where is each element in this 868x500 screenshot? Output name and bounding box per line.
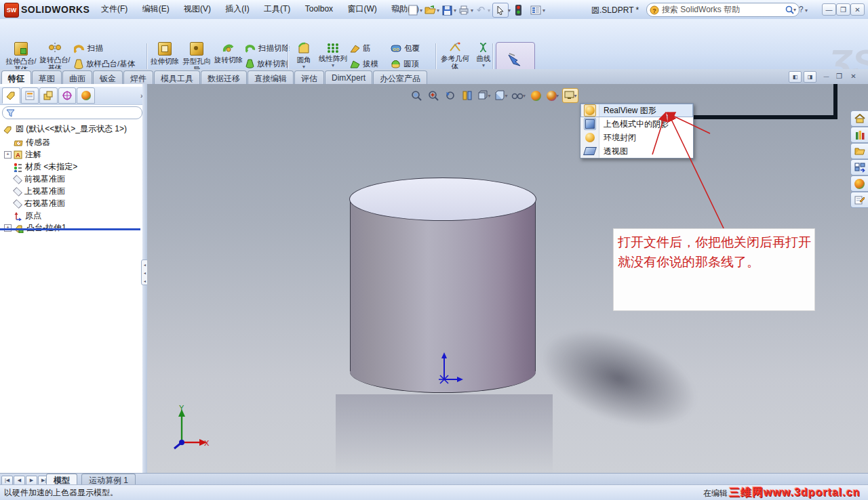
menu-item-realview[interactable]: RealView 图形 <box>580 104 693 117</box>
hole-wizard-button[interactable]: 异型孔向导 <box>181 41 212 73</box>
open-file-button[interactable] <box>422 3 437 17</box>
perspective-icon <box>583 147 597 155</box>
menu-file[interactable]: 文件(F) <box>95 0 134 18</box>
menu-item-perspective[interactable]: 透视图 <box>580 144 693 158</box>
status-editing-label: 在编辑 <box>703 488 728 499</box>
help-menu-button[interactable]: ? ▾ <box>799 5 808 14</box>
linear-pattern-button[interactable]: 线性阵列▾ <box>318 41 348 68</box>
annotations-icon: A <box>14 150 22 159</box>
file-explorer-button[interactable] <box>850 143 868 159</box>
curves-button[interactable]: 曲线▾ <box>473 41 494 68</box>
previous-view-button[interactable] <box>443 89 458 102</box>
save-button[interactable] <box>439 3 454 17</box>
folder-icon <box>854 147 865 156</box>
edit-appearance-button[interactable] <box>528 89 543 102</box>
doc-restore-button[interactable]: ❐ <box>833 71 845 81</box>
menu-toolbox[interactable]: Toolbox <box>299 1 339 17</box>
select-tool-button[interactable] <box>492 3 509 18</box>
tree-item-sensors[interactable]: 传感器 <box>14 137 50 148</box>
tree-item-material[interactable]: 材质 <未指定> <box>14 161 77 173</box>
cylinder-body <box>350 199 536 371</box>
zoom-fit-button[interactable] <box>409 89 424 102</box>
revolved-cut-button[interactable]: 旋转切除 <box>214 41 243 64</box>
display-style-button[interactable]: ▾ <box>494 89 509 102</box>
linear-pattern-dropdown[interactable]: ▾ <box>332 63 334 68</box>
wrap-button[interactable]: GO包覆 <box>391 41 433 56</box>
rollback-bar[interactable] <box>0 228 140 230</box>
view-palette-button[interactable] <box>850 159 868 175</box>
doc-close-button[interactable]: ✕ <box>848 71 859 81</box>
appearances-scenes-button[interactable] <box>850 175 868 192</box>
tree-item-annotations[interactable]: + A 注解 <box>4 149 41 161</box>
view-settings-button[interactable]: ▾ <box>562 88 578 103</box>
expand-icon[interactable]: + <box>4 151 12 159</box>
new-file-button[interactable] <box>406 3 420 17</box>
rebuild-button[interactable] <box>511 3 526 17</box>
collapse-left-button[interactable]: ◧ <box>789 71 802 83</box>
propertymanager-tab[interactable] <box>21 87 39 104</box>
menu-item-shadows[interactable]: 上色模式中的阴影 <box>580 117 693 131</box>
fillet-button[interactable]: 圆角▾ <box>291 41 317 70</box>
menu-edit[interactable]: 编辑(E) <box>136 0 176 18</box>
command-tab-bar: 特征 草图 曲面 钣金 焊件 模具工具 数据迁移 直接编辑 评估 DimXper… <box>0 69 868 85</box>
apply-scene-button[interactable]: ▾ <box>545 89 560 102</box>
tree-item-right-plane[interactable]: 右视基准面 <box>14 198 65 209</box>
search-box[interactable]: ? 搜索 SolidWorks 帮助 ▾ <box>646 3 800 17</box>
feature-manager-panel: » 圆 (默认<<默认>_显示状态 1>) 传感器 + A 注解 材质 <未指定… <box>0 84 143 473</box>
extruded-cut-button[interactable]: 拉伸切除 <box>150 41 180 65</box>
rib-button[interactable]: 筋 <box>350 41 388 56</box>
options-button[interactable] <box>528 3 543 17</box>
configurationmanager-icon <box>43 90 54 101</box>
search-dropdown[interactable]: ▾ <box>793 7 796 13</box>
annotation-text-box: 打开文件后，你把他关闭后再打开就没有你说的那条线了。 <box>614 229 814 310</box>
tree-item-top-plane[interactable]: 上视基准面 <box>14 186 65 197</box>
menu-insert[interactable]: 插入(I) <box>219 0 255 18</box>
minimize-button[interactable]: — <box>822 3 836 16</box>
design-library-button[interactable] <box>850 127 868 143</box>
extruded-boss-button[interactable]: 拉伸凸台/基体 <box>5 41 37 73</box>
tree-item-front-plane[interactable]: 前视基准面 <box>14 173 65 185</box>
print-button[interactable] <box>456 3 471 17</box>
revolved-boss-icon <box>48 42 62 54</box>
revolved-boss-button[interactable]: 旋转凸台/基体 <box>39 41 71 72</box>
menu-view[interactable]: 视图(V) <box>178 0 217 18</box>
tree-filter-box[interactable] <box>2 106 142 119</box>
svg-text:X: X <box>204 439 210 447</box>
svg-text:A: A <box>16 152 20 159</box>
close-button[interactable]: ✕ <box>850 3 865 16</box>
options-dropdown[interactable]: ▾ <box>542 7 545 14</box>
view-orientation-button[interactable]: ▾ <box>477 89 492 102</box>
doc-minimize-button[interactable]: — <box>821 71 832 81</box>
tree-root-item[interactable]: 圆 (默认<<默认>_显示状态 1>) <box>3 123 127 135</box>
undo-button[interactable]: ↶ <box>473 3 488 17</box>
configurationmanager-tab[interactable] <box>39 87 58 104</box>
dimxpertmanager-icon <box>62 90 73 101</box>
zoom-area-button[interactable] <box>426 89 441 102</box>
menu-tools[interactable]: 工具(T) <box>258 0 296 18</box>
dimxpertmanager-tab[interactable] <box>58 87 77 104</box>
graphics-viewport[interactable]: Y X ▾ ▾ ▾ ▾ ▾ RealView 图形 上色模式中的阴影 环境封闭 <box>147 84 868 473</box>
restore-button[interactable]: ❐ <box>836 3 850 16</box>
curves-dropdown[interactable]: ▾ <box>482 63 485 68</box>
menu-bar: 文件(F) 编辑(E) 视图(V) 插入(I) 工具(T) Toolbox 窗口… <box>95 0 425 18</box>
origin-icon <box>14 211 22 221</box>
tree-item-origin[interactable]: 原点 <box>14 210 41 222</box>
displaymanager-tab[interactable] <box>77 87 95 104</box>
custom-properties-button[interactable] <box>850 192 868 208</box>
hide-show-items-button[interactable]: ▾ <box>511 89 526 102</box>
svg-text:Y: Y <box>179 404 184 412</box>
corner-axis-triad: Y X <box>162 404 210 451</box>
featuremanager-tab[interactable] <box>2 87 20 104</box>
section-view-button[interactable] <box>460 89 475 102</box>
menu-pin-icon[interactable] <box>392 4 401 16</box>
panel-splitter[interactable]: ◂◂◂ <box>142 84 147 473</box>
cylinder-shadow <box>528 311 709 446</box>
collapse-right-button[interactable]: ◨ <box>804 71 816 83</box>
menu-item-ambient-occlusion[interactable]: 环境封闭 <box>580 131 693 144</box>
menu-window[interactable]: 窗口(W) <box>341 0 382 18</box>
undo-dropdown[interactable]: ▾ <box>488 7 490 14</box>
solidworks-resources-button[interactable] <box>850 110 868 127</box>
plane-icon <box>13 199 22 209</box>
sweep-button[interactable]: 扫描 <box>74 41 144 56</box>
hole-wizard-icon <box>190 42 203 56</box>
